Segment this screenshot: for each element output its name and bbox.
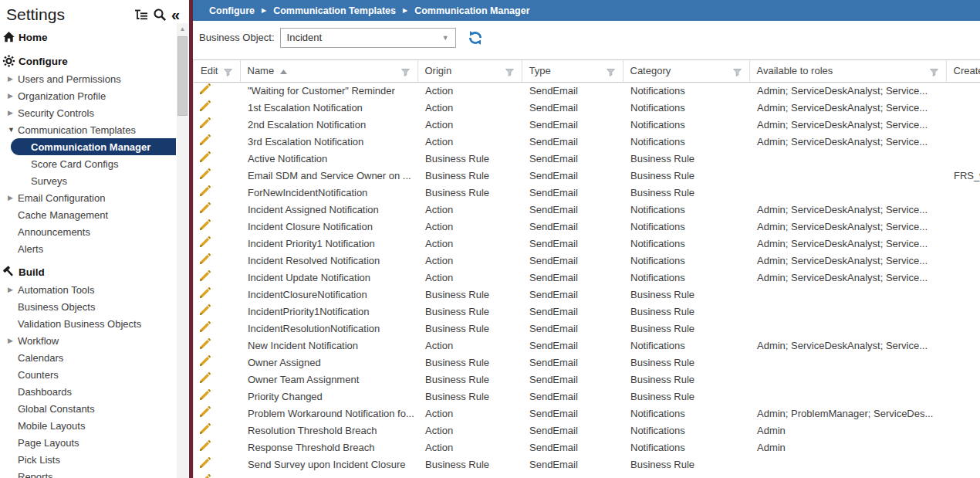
edit-pencil-icon[interactable]: [199, 423, 211, 435]
breadcrumb-item-communication-manager[interactable]: Communication Manager: [414, 5, 529, 16]
sidebar-scrollbar[interactable]: ▲: [177, 23, 188, 478]
edit-pencil-icon[interactable]: [199, 168, 211, 180]
table-row[interactable]: Active NotificationBusiness RuleSendEmai…: [194, 150, 980, 167]
edit-pencil-icon[interactable]: [199, 185, 211, 197]
sidebar-item-organization-profile[interactable]: ▶Organization Profile: [0, 87, 189, 104]
table-row[interactable]: New Incident NotificationActionSendEmail…: [194, 337, 980, 354]
sidebar-item-workflow[interactable]: ▶Workflow: [0, 332, 189, 349]
table-row[interactable]: Incident Assigned NotificationActionSend…: [194, 201, 980, 218]
sidebar-item-announcements[interactable]: Announcements: [0, 223, 189, 240]
table-row[interactable]: Priority ChangedBusiness RuleSendEmailBu…: [194, 388, 980, 405]
table-row[interactable]: ForNewIncidentNotificationBusiness RuleS…: [194, 184, 980, 201]
edit-pencil-icon[interactable]: [199, 389, 211, 401]
column-header-create[interactable]: Create: [946, 60, 980, 82]
sidebar-item-surveys[interactable]: Surveys: [0, 172, 189, 189]
table-row[interactable]: Incident Priority1 NotificationActionSen…: [194, 235, 980, 252]
filter-icon[interactable]: [930, 67, 938, 79]
business-object-select[interactable]: Incident ▼: [280, 28, 456, 48]
edit-pencil-icon[interactable]: [199, 338, 211, 350]
chevron-collapsed-icon[interactable]: ▶: [7, 337, 18, 344]
sidebar-item-cache-management[interactable]: Cache Management: [0, 206, 189, 223]
sidebar-item-security-controls[interactable]: ▶Security Controls: [0, 104, 189, 121]
edit-pencil-icon[interactable]: [199, 304, 211, 316]
edit-pencil-icon[interactable]: [199, 440, 211, 452]
edit-pencil-icon[interactable]: [199, 219, 211, 231]
search-icon[interactable]: [153, 8, 167, 22]
table-row[interactable]: 1st Escalation NotificationActionSendEma…: [194, 99, 980, 116]
edit-pencil-icon[interactable]: [199, 372, 211, 384]
edit-pencil-icon[interactable]: [199, 134, 211, 146]
refresh-button[interactable]: [468, 30, 483, 46]
column-header-category[interactable]: Category: [623, 60, 749, 82]
edit-pencil-icon[interactable]: [199, 151, 211, 163]
sidebar-section-header-build[interactable]: Build: [0, 263, 189, 281]
filter-icon[interactable]: [607, 67, 615, 79]
column-header-origin[interactable]: Origin: [417, 60, 522, 82]
edit-pencil-icon[interactable]: [199, 321, 211, 333]
sidebar-section-header-home[interactable]: Home: [0, 28, 189, 46]
sidebar-item-score-card-configs[interactable]: Score Card Configs: [0, 155, 189, 172]
table-row[interactable]: IncidentResolutionNotificationBusiness R…: [194, 320, 980, 337]
table-row[interactable]: Incident Resolved NotificationActionSend…: [194, 252, 980, 269]
scrollbar-thumb[interactable]: [177, 36, 188, 116]
breadcrumb-item-configure[interactable]: Configure: [209, 5, 255, 16]
column-header-available-to-roles[interactable]: Available to roles: [749, 60, 946, 82]
edit-pencil-icon[interactable]: [199, 253, 211, 265]
table-row[interactable]: Incident Update NotificationActionSendEm…: [194, 269, 980, 286]
sidebar-item-page-layouts[interactable]: Page Layouts: [0, 434, 189, 451]
sidebar-item-dashboards[interactable]: Dashboards: [0, 383, 189, 400]
table-row[interactable]: Email SDM and Service Owner on ...Busine…: [194, 167, 980, 184]
table-row[interactable]: Owner AssignedBusiness RuleSendEmailBusi…: [194, 354, 980, 371]
chevron-collapsed-icon[interactable]: ▶: [7, 194, 18, 202]
chevron-collapsed-icon[interactable]: ▶: [7, 286, 18, 293]
edit-pencil-icon[interactable]: [199, 287, 211, 299]
column-header-edit[interactable]: Edit: [194, 60, 240, 82]
filter-icon[interactable]: [224, 67, 232, 79]
table-row[interactable]: "Waiting for Customer" ReminderActionSen…: [194, 82, 980, 99]
sidebar-item-mobile-layouts[interactable]: Mobile Layouts: [0, 417, 189, 434]
edit-pencil-icon[interactable]: [199, 406, 211, 418]
sidebar-item-automation-tools[interactable]: ▶Automation Tools: [0, 281, 189, 298]
sidebar-item-communication-manager[interactable]: Communication Manager: [11, 138, 176, 155]
scroll-up-icon[interactable]: ▲: [177, 23, 188, 35]
breadcrumb-item-communication-templates[interactable]: Communication Templates: [273, 5, 396, 16]
collapse-sidebar-icon[interactable]: «: [171, 9, 178, 20]
table-row[interactable]: Problem Workaround Notification fo...Act…: [194, 405, 980, 422]
sidebar-item-global-constants[interactable]: Global Constants: [0, 400, 189, 417]
edit-pencil-icon[interactable]: [199, 474, 211, 478]
table-row[interactable]: IncidentPriority1NotificationBusiness Ru…: [194, 303, 980, 320]
column-header-name[interactable]: Name: [240, 60, 417, 82]
chevron-collapsed-icon[interactable]: ▶: [7, 92, 18, 100]
table-row[interactable]: Stop ClockActionSendEmailEscalationAdmin…: [194, 473, 980, 478]
edit-pencil-icon[interactable]: [199, 236, 211, 248]
table-row[interactable]: 3rd Escalation NotificationActionSendEma…: [194, 133, 980, 150]
chevron-collapsed-icon[interactable]: ▶: [7, 75, 18, 83]
edit-pencil-icon[interactable]: [199, 270, 211, 282]
sidebar-section-header-configure[interactable]: Configure: [0, 52, 189, 70]
sidebar-item-business-objects[interactable]: Business Objects: [0, 298, 189, 315]
edit-pencil-icon[interactable]: [199, 355, 211, 367]
sidebar-item-reports[interactable]: Reports: [0, 468, 189, 478]
sidebar-item-email-configuration[interactable]: ▶Email Configuration: [0, 189, 189, 206]
column-header-type[interactable]: Type: [522, 60, 623, 82]
sidebar-item-counters[interactable]: Counters: [0, 366, 189, 383]
table-row[interactable]: Resolution Threshold BreachActionSendEma…: [194, 422, 980, 439]
sidebar-item-users-and-permissions[interactable]: ▶Users and Permissions: [0, 70, 189, 87]
edit-pencil-icon[interactable]: [199, 100, 211, 112]
table-row[interactable]: 2nd Escalation NotificationActionSendEma…: [194, 116, 980, 133]
filter-icon[interactable]: [733, 67, 742, 79]
table-row[interactable]: Owner Team AssignmentBusiness RuleSendEm…: [194, 371, 980, 388]
sidebar-item-alerts[interactable]: Alerts: [0, 240, 189, 257]
sidebar-item-communication-templates[interactable]: ▼Communication Templates: [0, 121, 189, 138]
edit-pencil-icon[interactable]: [199, 457, 211, 469]
edit-pencil-icon[interactable]: [199, 202, 211, 214]
sidebar-item-calendars[interactable]: Calendars: [0, 349, 189, 366]
table-row[interactable]: IncidentClosureNotificationBusiness Rule…: [194, 286, 980, 303]
edit-pencil-icon[interactable]: [199, 83, 211, 95]
table-row[interactable]: Incident Closure NotificationActionSendE…: [194, 218, 980, 235]
table-row[interactable]: Send Survey upon Incident ClosureBusines…: [194, 456, 980, 473]
table-row[interactable]: Response Threshold BreachActionSendEmail…: [194, 439, 980, 456]
chevron-expanded-icon[interactable]: ▼: [7, 126, 18, 134]
filter-icon[interactable]: [505, 67, 514, 79]
sidebar-item-pick-lists[interactable]: Pick Lists: [0, 451, 189, 468]
